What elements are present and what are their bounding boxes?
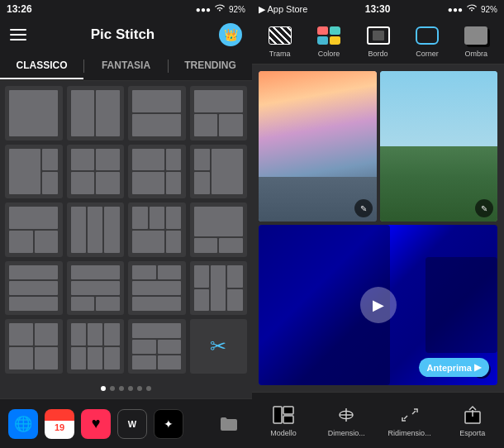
bordo-label: Bordo [368, 50, 388, 58]
layout-four[interactable] [67, 145, 125, 199]
layout-big-left[interactable] [5, 145, 63, 199]
modello-label: Modello [270, 429, 297, 437]
toolbar-corner[interactable]: Corner [402, 24, 451, 58]
left-wifi-icon [214, 4, 226, 14]
left-bottom-bar: 🌐 19 ♥ W ✦ [0, 398, 252, 448]
play-button[interactable]: ▶ [360, 287, 397, 323]
scissors-cell[interactable]: ✂ [190, 319, 248, 374]
folder-icon[interactable] [214, 409, 244, 439]
layout-v3[interactable] [5, 261, 63, 316]
colore-icon-wrap [316, 24, 342, 47]
right-status-icons: ●●● 92% [448, 4, 497, 14]
app-we-icon[interactable]: W [117, 409, 147, 439]
layout-mixed1[interactable] [67, 261, 125, 316]
layout-mixed2[interactable] [128, 261, 186, 316]
trama-label: Trama [269, 50, 291, 58]
crown-icon: 👑 [224, 28, 238, 41]
app-title: Pic Stitch [91, 26, 155, 43]
canvas-bottom[interactable]: ▶ ✎ Anteprima ▶ [259, 225, 497, 385]
layout-single[interactable] [5, 86, 63, 141]
left-signal: ●●● [196, 5, 211, 14]
dot-4[interactable] [128, 386, 133, 391]
toolbar-bordo[interactable]: Bordo [354, 24, 402, 58]
dimensio-label: Dimensio... [328, 429, 365, 437]
tab-fantasia[interactable]: FANTASIA [84, 53, 168, 79]
bottom-modello[interactable]: Modello [252, 403, 315, 437]
layout-mixed3[interactable] [190, 261, 248, 316]
colore-label: Colore [318, 50, 340, 58]
right-battery: 92% [481, 5, 497, 14]
layout-five[interactable] [5, 319, 63, 374]
left-status-icons: ●●● 92% [196, 4, 245, 14]
anteprima-arrow: ▶ [474, 362, 481, 373]
dot-5[interactable] [137, 386, 142, 391]
bordo-icon-wrap [365, 24, 392, 47]
layout-seven[interactable] [128, 319, 186, 374]
right-wifi-icon [466, 4, 478, 14]
svg-rect-1 [283, 407, 293, 414]
ombra-icon-wrap [463, 24, 489, 47]
layout-two-v[interactable] [128, 86, 186, 141]
svg-rect-2 [283, 416, 293, 423]
edit-sunset-btn[interactable]: ✎ [354, 199, 373, 217]
app-web-icon[interactable]: 🌐 [8, 409, 38, 439]
dot-6[interactable] [146, 386, 151, 391]
left-panel: 13:26 ●●● 92% Pic Stitch 👑 CLASSICO FANT… [0, 0, 252, 448]
bottom-dimensio[interactable]: Dimensio... [315, 403, 378, 437]
left-header: Pic Stitch 👑 [0, 18, 252, 51]
dimensio-icon [333, 403, 359, 427]
layout-three-col[interactable] [128, 145, 186, 199]
anteprima-label: Anteprima [427, 363, 472, 373]
left-battery: 92% [229, 5, 245, 14]
canvas-area: ✎ ✎ ▶ ✎ Anteprima ▶ [252, 64, 504, 392]
right-panel: ▶ App Store 13:30 ●●● 92% Trama [252, 0, 504, 448]
right-bottom-toolbar: Modello Dimensio... Ridim [252, 392, 504, 448]
layout-top-big[interactable] [190, 203, 248, 257]
bottom-esporta[interactable]: Esporta [441, 403, 504, 437]
right-signal: ●●● [448, 5, 463, 14]
layout-three-top[interactable] [5, 203, 63, 257]
svg-rect-0 [273, 407, 282, 423]
photo-landscape[interactable]: ✎ [380, 71, 498, 222]
layout-four2[interactable] [128, 203, 186, 257]
app-cal-icon[interactable]: 19 [45, 409, 74, 439]
layout-three-a[interactable] [190, 86, 248, 141]
layout-grid: ✂ [0, 81, 252, 379]
left-time: 13:26 [7, 3, 32, 15]
photo-sunset[interactable]: ✎ [259, 71, 377, 222]
modello-icon [270, 403, 297, 427]
right-status-bar: ▶ App Store 13:30 ●●● 92% [252, 0, 504, 18]
right-toolbar: Trama Colore Bordo Corner [252, 18, 504, 64]
right-appstore-label: ▶ App Store [259, 4, 307, 15]
menu-button[interactable] [10, 29, 26, 41]
toolbar-colore[interactable]: Colore [304, 24, 353, 58]
dot-2[interactable] [110, 386, 115, 391]
layout-big-right[interactable] [190, 145, 248, 199]
scissors-icon: ✂ [210, 335, 226, 358]
ridimensio-icon [397, 403, 423, 427]
dot-1[interactable] [101, 386, 106, 391]
tab-trending[interactable]: TRENDING [169, 53, 252, 79]
corner-label: Corner [416, 50, 439, 58]
tab-classico[interactable]: CLASSICO [0, 53, 83, 79]
page-dots [0, 379, 252, 398]
corner-icon-wrap [414, 24, 440, 47]
dot-3[interactable] [119, 386, 124, 391]
anteprima-button[interactable]: Anteprima ▶ [419, 358, 489, 377]
toolbar-ombra[interactable]: Ombra [452, 24, 501, 58]
esporta-icon [459, 403, 486, 427]
tabs-row: CLASSICO FANTASIA TRENDING [0, 51, 252, 81]
layout-six[interactable] [67, 319, 125, 374]
layout-two-h[interactable] [67, 86, 125, 141]
toolbar-trama[interactable]: Trama [255, 24, 304, 58]
bottom-ridimensio[interactable]: Ridimensio... [378, 403, 441, 437]
app-ai-icon[interactable]: ✦ [154, 409, 183, 439]
right-time: 13:30 [365, 3, 391, 15]
crown-button[interactable]: 👑 [219, 23, 242, 46]
left-status-bar: 13:26 ●●● 92% [0, 0, 252, 18]
app-health-icon[interactable]: ♥ [81, 409, 111, 439]
canvas-top-row: ✎ ✎ [259, 71, 497, 222]
layout-three-b[interactable] [67, 203, 125, 257]
ombra-label: Ombra [465, 50, 488, 58]
esporta-label: Esporta [459, 429, 485, 437]
